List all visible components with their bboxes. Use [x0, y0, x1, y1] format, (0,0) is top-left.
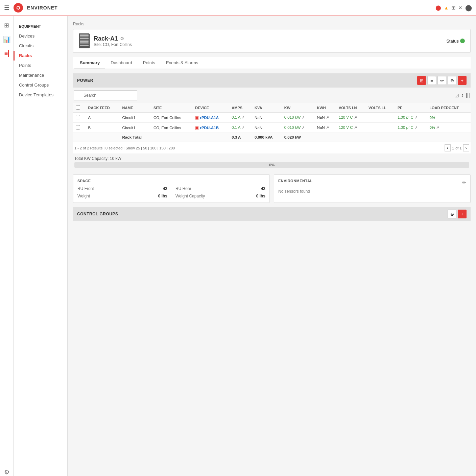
kw-trend-1[interactable]: ↗ [302, 115, 305, 119]
load-pct-val-2: 0% [429, 125, 435, 129]
power-section-title: POWER [77, 78, 93, 83]
close-icon[interactable]: ✕ [458, 5, 462, 10]
total-label: Rack Total [120, 133, 151, 142]
search-row: 🔍 ⊿ ↕ ||| [73, 90, 471, 100]
kwh-trend-2[interactable]: ↗ [326, 125, 329, 129]
ru-front-label: RU Front [77, 186, 94, 191]
load-pct-val-1: 0% [429, 116, 435, 120]
tab-points[interactable]: Points [138, 57, 161, 69]
select-all-checkbox[interactable] [76, 105, 80, 110]
control-groups-title: CONTROL GROUPS [77, 212, 118, 216]
sidebar-item-racks[interactable]: Racks [14, 51, 67, 61]
column-settings-icon[interactable]: ||| [466, 92, 470, 98]
table-row: A Circuit1 CO, Fort Collins ▣ rPDU-A1A 0… [73, 113, 471, 123]
sidebar-item-maintenance[interactable]: Maintenance [14, 70, 67, 80]
total-kva: 0.000 kVA [252, 133, 282, 142]
power-section-header: POWER ⊞ ≡ ✏ ⊖ + [73, 73, 471, 88]
alert-icon[interactable]: ⬤ [435, 5, 441, 11]
col-rack-feed: RACK FEED [86, 103, 120, 113]
rack-image [79, 33, 90, 48]
col-kva: KVA [252, 103, 282, 113]
site-label: Site: CO, Fort Collins [94, 42, 132, 47]
amps-trend-2[interactable]: ↗ [241, 125, 244, 129]
cell-kva-1: NaN [252, 113, 282, 123]
hamburger-icon[interactable]: ☰ [4, 4, 9, 11]
next-page-button[interactable]: › [463, 144, 469, 151]
power-section-actions: ⊞ ≡ ✏ ⊖ + [417, 76, 467, 85]
volts-ln-val-2: 120 V C [339, 125, 353, 129]
warning-icon[interactable]: ▲ [444, 5, 449, 10]
cell-amps-2: 0.1 A ↗ [229, 123, 252, 133]
kw-trend-2[interactable]: ↗ [302, 125, 305, 129]
col-volts-ll: VOLTS LL [366, 103, 395, 113]
sidebar-item-devices[interactable]: Devices [14, 31, 67, 41]
env-edit-icon[interactable]: ✏ [462, 180, 466, 185]
network-icon[interactable]: ⊞ [451, 5, 456, 11]
cell-device-1: ▣ rPDU-A1A [192, 113, 229, 123]
row-checkbox-2[interactable] [76, 125, 80, 129]
kwh-trend-1[interactable]: ↗ [326, 115, 329, 119]
pf-trend-2[interactable]: ↗ [414, 125, 418, 129]
cell-site-2: CO, Fort Collins [151, 123, 192, 133]
volts-ln-trend-1[interactable]: ↗ [354, 115, 357, 119]
tab-dashboard[interactable]: Dashboard [105, 57, 138, 69]
pf-trend-1[interactable]: ↗ [414, 115, 418, 119]
add-button[interactable]: + [458, 76, 467, 85]
col-name: NAME [120, 103, 151, 113]
status-label: Status [446, 39, 459, 44]
user-icon[interactable]: ⬤ [465, 4, 472, 11]
device-icon-1: ▣ [195, 116, 199, 120]
dashboard-nav-icon[interactable]: ⊞ [4, 22, 9, 29]
device-link-2[interactable]: rPDU-A1B [200, 126, 219, 130]
breadcrumb-link[interactable]: Racks [73, 22, 84, 26]
amps-trend-1[interactable]: ↗ [241, 115, 244, 119]
edit-button[interactable]: ✏ [437, 76, 446, 85]
prev-page-button[interactable]: ‹ [445, 144, 451, 151]
space-item-weight: Weight 0 lbs [77, 194, 167, 198]
control-groups-add-btn[interactable]: + [458, 210, 467, 218]
settings-icon[interactable]: ⚙ [120, 36, 124, 41]
sidebar-item-circuits[interactable]: Circuits [14, 41, 67, 51]
volts-ln-trend-2[interactable]: ↗ [354, 125, 357, 129]
cell-name-2: Circuit1 [120, 123, 151, 133]
kw-val-2: 0.010 kW [284, 125, 301, 129]
filter-icon[interactable]: ⊿ [455, 92, 459, 99]
device-link-1[interactable]: rPDU-A1A [200, 116, 219, 120]
cell-kw-2: 0.010 kW ↗ [282, 123, 314, 133]
control-groups-remove-btn[interactable]: ⊖ [448, 210, 456, 218]
env-header: ENVIRONMENTAL ✏ [278, 179, 466, 186]
space-section: SPACE RU Front 42 RU Rear 42 Weight 0 lb… [73, 174, 270, 203]
bottom-sections: SPACE RU Front 42 RU Rear 42 Weight 0 lb… [73, 174, 471, 203]
cell-rack-feed-1: A [86, 113, 120, 123]
cell-volts-ll-2 [366, 123, 395, 133]
page-current: 1 [452, 146, 454, 150]
load-pct-trend-2[interactable]: ↗ [436, 125, 439, 129]
col-device: DEVICE [192, 103, 229, 113]
breadcrumb: Racks [73, 22, 471, 26]
cell-load-percent-1: 0% [427, 113, 471, 123]
cell-load-percent-2: 0% ↗ [427, 123, 471, 133]
remove-button[interactable]: ⊖ [448, 76, 456, 85]
top-nav: ☰ ENVIRONET ⬤ ▲ ⊞ ✕ ⬤ [0, 0, 476, 16]
view-grid-button[interactable]: ⊞ [417, 76, 426, 85]
space-item-ru-front: RU Front 42 [77, 186, 167, 191]
sidebar-item-points[interactable]: Points [14, 61, 67, 70]
settings-nav-icon[interactable]: ⚙ [4, 469, 9, 476]
cell-amps-1: 0.1 A ↗ [229, 113, 252, 123]
kw-progress-label: 0% [269, 162, 275, 168]
chart-nav-icon[interactable]: 📊 [3, 36, 10, 43]
logo [14, 3, 23, 13]
row-checkbox-1[interactable] [76, 115, 80, 119]
tab-summary[interactable]: Summary [74, 57, 105, 69]
env-title: ENVIRONMENTAL [278, 179, 313, 183]
col-pf: PF [395, 103, 427, 113]
view-list-button[interactable]: ≡ [427, 76, 436, 85]
cell-site-1: CO, Fort Collins [151, 113, 192, 123]
tab-events-alarms[interactable]: Events & Alarms [161, 57, 204, 69]
sidebar-item-control-groups[interactable]: Control Groups [14, 80, 67, 90]
column-filter-icon[interactable]: ↕ [461, 92, 464, 98]
list-nav-icon[interactable]: ≡ [4, 50, 9, 57]
page-header: Rack-A1 ⚙ Site: CO, Fort Collins Status [73, 29, 471, 53]
sidebar-item-device-templates[interactable]: Device Templates [14, 90, 67, 100]
search-input[interactable] [74, 90, 137, 100]
